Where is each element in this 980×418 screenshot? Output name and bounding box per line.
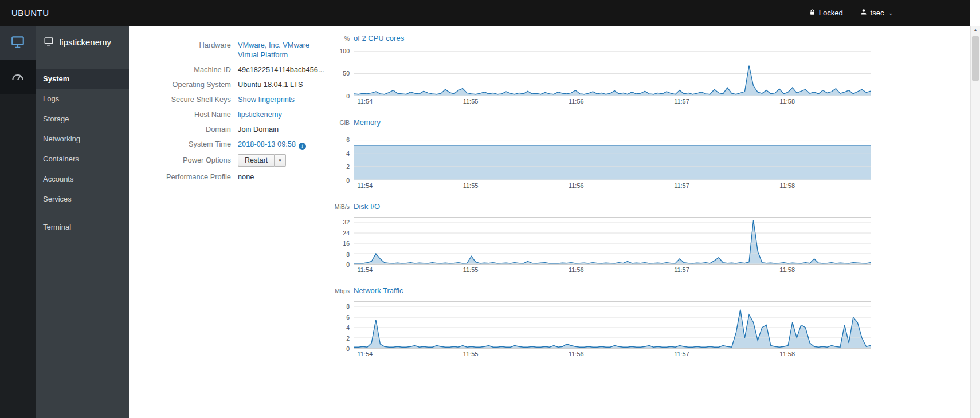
field-label: Domain (163, 124, 238, 134)
system-time-link[interactable]: 2018-08-13 09:58 (238, 140, 296, 148)
x-tick-label: 11:56 (569, 182, 584, 189)
chart-plot-memory[interactable] (354, 133, 871, 180)
chart-header: MbpsNetwork Traffic (333, 286, 883, 298)
sidebar-item-system[interactable]: System (36, 69, 129, 89)
field-value: none (238, 172, 330, 182)
chart-plot-cpu[interactable] (354, 49, 871, 96)
field-label: Secure Shell Keys (163, 94, 238, 104)
field-label: Performance Profile (163, 172, 238, 182)
host-view-tab[interactable] (0, 26, 36, 60)
chart-y-axis: 08162432 (333, 217, 354, 265)
top-bar: UBUNTU Locked tsec ⌄ (0, 0, 970, 26)
y-tick-label: 0 (346, 345, 350, 352)
sidebar-item-networking[interactable]: Networking (36, 129, 129, 149)
x-tick-label: 11:54 (358, 182, 373, 189)
y-tick-label: 4 (346, 150, 350, 157)
chart-x-axis: 11:5411:5511:5611:5711:58 (354, 180, 871, 190)
field-value: Show fingerprints (238, 94, 330, 104)
restart-dropdown-toggle[interactable]: ▾ (275, 154, 286, 167)
x-tick-label: 11:54 (358, 266, 373, 273)
x-tick-label: 11:57 (674, 350, 689, 357)
host-header[interactable]: lipstickenemy (36, 26, 129, 58)
field-label: Hardware (163, 40, 238, 60)
chart-unit-label: % (333, 35, 354, 42)
vertical-scrollbar[interactable]: ▲ (970, 26, 980, 418)
system-info-panel: HardwareVMware, Inc. VMware Virtual Plat… (163, 40, 330, 187)
chart-cpu: %of 2 CPU cores05010011:5411:5511:5611:5… (333, 34, 883, 106)
y-tick-label: 32 (343, 219, 350, 226)
sidebar-nav: SystemLogsStorageNetworkingContainersAcc… (36, 58, 129, 237)
x-tick-label: 11:57 (674, 266, 689, 273)
y-tick-label: 8 (346, 251, 350, 258)
chart-unit-label: GiB (333, 119, 354, 126)
locked-label: Locked (819, 9, 843, 17)
field-row-host-name: Host Namelipstickenemy (163, 109, 330, 119)
sidebar-item-accounts[interactable]: Accounts (36, 169, 129, 189)
scrollbar-thumb[interactable] (972, 36, 979, 81)
x-tick-label: 11:55 (463, 182, 479, 189)
field-value: Ubuntu 18.04.1 LTS (238, 80, 330, 89)
user-icon (860, 9, 867, 17)
field-row-operating-system: Operating SystemUbuntu 18.04.1 LTS (163, 80, 330, 89)
field-value: 49c1822514114bacb456... (238, 65, 330, 74)
x-tick-label: 11:54 (358, 98, 373, 105)
host-icon (44, 36, 54, 48)
user-menu[interactable]: tsec ⌄ (860, 9, 893, 17)
x-tick-label: 11:58 (779, 98, 795, 105)
operating-system-value: Ubuntu 18.04.1 LTS (238, 80, 303, 89)
chart-header: MiB/sDisk I/O (333, 202, 883, 214)
restart-button[interactable]: Restart (238, 154, 275, 167)
main-content: HardwareVMware, Inc. VMware Virtual Plat… (129, 26, 980, 418)
sidebar-item-containers[interactable]: Containers (36, 149, 129, 169)
chart-y-axis: 02468 (333, 301, 354, 349)
chart-x-axis: 11:5411:5511:5611:5711:58 (354, 349, 871, 358)
chart-y-axis: 050100 (333, 49, 354, 96)
chart-plot-network[interactable] (354, 301, 871, 349)
field-row-secure-shell-keys: Secure Shell KeysShow fingerprints (163, 94, 330, 104)
domain-value[interactable]: Join Domain (238, 125, 279, 133)
server-icon (10, 34, 25, 52)
chart-title-link-memory[interactable]: Memory (354, 118, 381, 127)
info-icon[interactable]: i (299, 143, 306, 150)
app-icon-strip (0, 26, 36, 418)
dashboard-tab[interactable] (0, 60, 36, 94)
field-row-system-time: System Time2018-08-13 09:58i (163, 139, 330, 150)
chart-title-link-cpu[interactable]: of 2 CPU cores (354, 34, 404, 42)
field-label: Operating System (163, 80, 238, 89)
sidebar-item-services[interactable]: Services (36, 189, 129, 209)
hardware-link[interactable]: VMware, Inc. VMware Virtual Platform (238, 41, 309, 59)
y-tick-label: 24 (343, 230, 350, 236)
y-tick-label: 0 (346, 261, 350, 268)
scroll-up-arrow[interactable]: ▲ (971, 26, 980, 35)
user-name: tsec (871, 9, 884, 17)
x-tick-label: 11:58 (779, 182, 795, 189)
x-tick-label: 11:57 (674, 182, 689, 189)
y-tick-label: 100 (339, 48, 350, 54)
x-tick-label: 11:56 (569, 98, 584, 105)
sidebar-item-storage[interactable]: Storage (36, 109, 129, 129)
x-tick-label: 11:55 (463, 350, 479, 357)
y-tick-label: 2 (346, 335, 350, 342)
chart-x-axis: 11:5411:5511:5611:5711:58 (354, 265, 871, 274)
chart-y-axis: 0246 (333, 133, 354, 180)
host-name-link[interactable]: lipstickenemy (238, 110, 282, 119)
chart-header: GiBMemory (333, 118, 883, 129)
secure-shell-keys-link[interactable]: Show fingerprints (238, 95, 295, 104)
field-value: VMware, Inc. VMware Virtual Platform (238, 40, 330, 60)
sidebar-item-logs[interactable]: Logs (36, 89, 129, 109)
field-label: System Time (163, 139, 238, 150)
locked-indicator[interactable]: Locked (809, 9, 843, 18)
chart-unit-label: Mbps (333, 287, 354, 294)
field-label: Power Options (163, 155, 238, 167)
x-tick-label: 11:58 (779, 266, 795, 273)
chart-title-link-network[interactable]: Network Traffic (354, 286, 403, 295)
sidebar-item-terminal[interactable]: Terminal (36, 217, 129, 237)
chart-title-link-disk-io[interactable]: Disk I/O (354, 202, 380, 211)
x-tick-label: 11:56 (569, 350, 584, 357)
x-tick-label: 11:56 (569, 266, 584, 273)
y-tick-label: 2 (346, 163, 350, 170)
chart-plot-disk-io[interactable] (354, 217, 871, 265)
field-row-domain: DomainJoin Domain (163, 124, 330, 134)
brand-label: UBUNTU (0, 8, 49, 18)
y-tick-label: 16 (343, 240, 350, 247)
